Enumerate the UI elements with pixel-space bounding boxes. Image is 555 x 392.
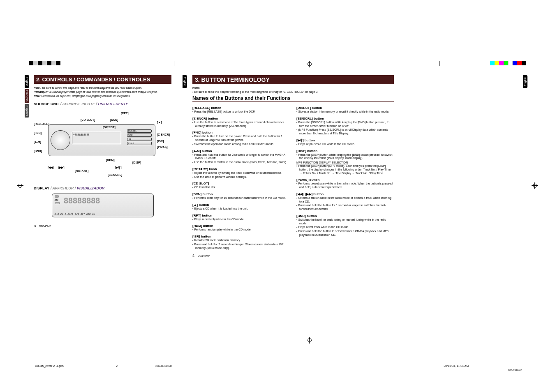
button-heading: [DIRECT] button (296, 106, 394, 110)
label-direct: [DIRECT] (103, 126, 116, 129)
registration-mark (532, 182, 538, 189)
names-heading: Names of the Buttons and their Functions (192, 95, 394, 102)
label-disp: [DISP] (132, 161, 141, 164)
button-heading: [◀◀], [▶▶] button (296, 192, 394, 196)
button-heading: [BND] button (296, 214, 394, 218)
button-desc: Selects a station while in the radio mod… (296, 196, 394, 204)
section-title-controls: 2. CONTROLS / COMMANDES / CONTROLES (34, 75, 171, 84)
grayscale-bar (29, 61, 60, 65)
sub-heading: MP3 FUNCTION-DISPLAY SELECTION (296, 161, 394, 164)
button-desc: Press and hold for 2 seconds or longer: … (192, 243, 290, 250)
button-heading: [ISR] button (192, 235, 290, 238)
button-heading: [RDM] button (192, 224, 290, 228)
button-heading: [DISP] button (296, 149, 394, 153)
label-isr: [ISR] (157, 140, 164, 143)
button-desc: Plays or pauses a CD while in the CD mod… (296, 143, 394, 146)
button-desc: Use the button to switch to the audio mo… (192, 161, 290, 164)
button-heading: [ROTARY] knob (192, 167, 290, 171)
button-desc: (MP3 Function) Press [SS/SCRL] to scroll… (296, 128, 394, 136)
unit-screen-graphic: =8888888888 (72, 132, 121, 144)
button-heading: [▲] button (192, 203, 290, 207)
lang-tab-es: Español (25, 104, 29, 118)
lcd-indicators: M-B EX Z-EHCR SCN RPT RDM CH (55, 213, 95, 215)
preset-buttons-graphic: SS/SCRLDISPISRPS/AS (127, 129, 152, 146)
crop-mark (172, 61, 177, 66)
button-desc: Plays repeatedly while in the CD mode. (192, 218, 290, 221)
label-ssscrl: [SS/SCRL] (108, 173, 122, 176)
note-body: • Be sure to read this chapter referring… (192, 90, 394, 93)
button-desc: Stores a station into memory or recall i… (296, 110, 394, 114)
page-button-terminology: 3. BUTTON TERMINOLOGY Note: • Be sure to… (192, 75, 394, 250)
label-zencr: [Z-ENCR] (157, 133, 170, 136)
label-scn: [SCN] (110, 118, 118, 121)
button-heading: [RPT] button (192, 214, 290, 217)
lang-tabs-left: English Français Español (25, 75, 32, 118)
button-desc: Press the button to turn on the power. P… (192, 135, 290, 142)
label-fnc: [FNC] (34, 131, 42, 134)
source-unit-diagram: =8888888888 SS/SCRLDISPISRPS/AS [CD SLOT… (34, 108, 171, 176)
button-heading: [CD SLOT] (192, 182, 290, 185)
lcd-segments: 88888888 (64, 196, 100, 205)
button-desc: Adjust the volume by turning the knob cl… (192, 171, 290, 175)
column-left: [RELEASE] buttonPress the [RELEASE] butt… (192, 103, 290, 250)
footer-file: DB345_cover 2~4.p65 (35, 364, 64, 367)
button-desc: Switches the band, or seek tuning or man… (296, 218, 394, 226)
lang-tabs-right: English (523, 75, 530, 88)
color-bar (490, 61, 526, 65)
button-heading: [SCN] button (192, 192, 290, 196)
column-right: [DIRECT] buttonStores a station into mem… (296, 103, 394, 250)
page-controls: 2. CONTROLS / COMMANDES / CONTROLES Note… (34, 75, 171, 221)
footer-timestamp: 20/11/03, 11:24 AM (444, 364, 469, 367)
button-desc: Performs random play while in the CD mod… (192, 228, 290, 232)
label-next: [▶▶] (58, 166, 65, 169)
button-desc: Performs preset scan while in the radio … (296, 182, 394, 189)
lang-tab-en: English (25, 75, 29, 88)
note-en: Note : Be sure to unfold this page and r… (34, 86, 171, 90)
label-rdm: [RDM] (106, 159, 115, 161)
label-play: [▶/‖] (115, 166, 122, 169)
button-heading: [▶/‖] button (296, 138, 394, 142)
registration-mark (306, 337, 313, 344)
rotary-knob-graphic (51, 130, 70, 150)
button-heading: [A-M] button (192, 149, 290, 153)
button-desc: Press and hold the button for 2 seconds … (192, 153, 290, 161)
registration-mark (306, 61, 313, 67)
page-number-4: 4DB345MP (192, 254, 210, 258)
button-desc: Press the [RELEASE] button to unlock the… (192, 110, 290, 114)
button-desc: Use the knob to perform various settings… (192, 175, 290, 179)
section-title-terminology: 3. BUTTON TERMINOLOGY (192, 75, 394, 84)
button-desc: Press and hold the button to select betw… (296, 230, 394, 237)
button-heading: [SS/SCRL] button (296, 117, 394, 120)
button-desc: Recalls ISR radio station in memory. (192, 239, 290, 242)
button-desc: Use the button to select one of the thre… (192, 121, 290, 128)
label-eject: [▲] (157, 121, 162, 124)
lang-tab-en: English (183, 75, 187, 88)
button-desc: Plays a first track while in the CD mode… (296, 226, 394, 229)
label-am: [A-M] (34, 141, 41, 143)
button-desc: Press the [DISP] button(MP3 mode), Each … (296, 164, 394, 175)
button-heading: [PS/AS] button (296, 178, 394, 182)
page-number-3: 3DB345MP (34, 224, 51, 228)
footer-page: 2 (116, 364, 118, 367)
lang-tabs-mid: English (183, 75, 190, 89)
display-heading: DISPLAY / AFFICHEUR / VISUALIZADOR (34, 186, 171, 190)
button-desc: Switches the operation mode among radio … (192, 143, 290, 146)
crop-mark (437, 61, 442, 66)
button-desc: CD insertion slot. (192, 186, 290, 189)
button-desc: Performs scan play for 10 seconds for ea… (192, 196, 290, 200)
label-rotary: [ROTARY] (75, 169, 88, 172)
label-psas: [PS/AS] (157, 145, 168, 148)
footer-job: 280-8310-00 (155, 364, 172, 367)
footer-job2: 280-8310-00 (508, 369, 522, 371)
label-cd-slot: [CD SLOT] (81, 118, 95, 121)
lang-tab-fr: Français (25, 89, 29, 103)
display-diagram: ST MP3 MANU 88888888 M-B EX Z-EHCR SCN R… (52, 194, 154, 217)
source-unit-heading: SOURCE UNIT / APPAREIL PILOTE / UNIDAD F… (34, 102, 171, 106)
label-release: [RELEASE] (34, 122, 49, 125)
lang-tab-en: English (523, 75, 527, 88)
button-heading: [Z-ENCR] button (192, 117, 290, 120)
button-desc: Press and hold the button for 1 second o… (296, 204, 394, 211)
button-desc: Press the [SS/SCRL] button while keeping… (296, 121, 394, 128)
note-fr: Remarque: Veuillez déployer cette page e… (34, 90, 171, 94)
button-desc: Press the [DISP] button while keeping th… (296, 153, 394, 161)
